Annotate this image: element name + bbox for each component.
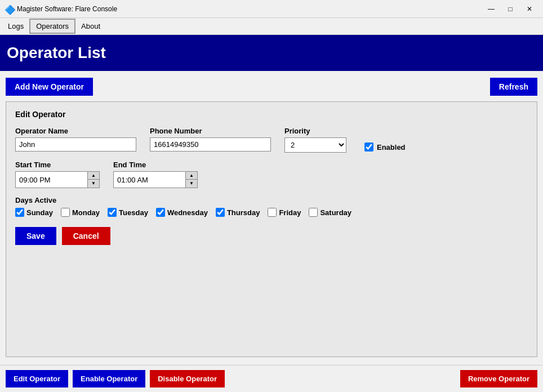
start-time-group: Start Time ▲ ▼ (15, 161, 100, 188)
operator-name-input[interactable] (15, 137, 136, 152)
day-wednesday-label: Wednesday (167, 208, 208, 217)
start-time-label: Start Time (15, 161, 100, 169)
operator-name-group: Operator Name (15, 127, 136, 152)
day-monday: Monday (61, 208, 100, 217)
edit-form-title: Edit Operator (15, 110, 528, 119)
start-time-input[interactable] (16, 172, 87, 188)
form-row-1: Operator Name Phone Number Priority 1 2 … (15, 127, 528, 153)
day-sunday-checkbox[interactable] (15, 208, 24, 217)
end-time-group: End Time ▲ ▼ (113, 161, 198, 188)
start-time-spinner: ▲ ▼ (15, 171, 100, 188)
edit-operator-form: Edit Operator Operator Name Phone Number… (6, 101, 537, 357)
day-saturday-checkbox[interactable] (309, 208, 318, 217)
start-time-spinner-btns: ▲ ▼ (87, 172, 99, 188)
page-title: Operator List (7, 44, 106, 61)
day-sunday-label: Sunday (26, 208, 53, 217)
maximize-button[interactable]: □ (501, 2, 519, 16)
menubar: Logs Operators About (0, 18, 543, 35)
end-time-spinner-btns: ▲ ▼ (185, 172, 197, 188)
end-time-down-button[interactable]: ▼ (186, 180, 197, 188)
priority-select[interactable]: 1 2 3 4 5 (284, 137, 346, 153)
minimize-button[interactable]: — (482, 2, 500, 16)
day-monday-label: Monday (72, 208, 100, 217)
day-wednesday-checkbox[interactable] (156, 208, 165, 217)
menu-item-about[interactable]: About (75, 20, 106, 33)
day-friday-label: Friday (279, 208, 301, 217)
add-new-operator-button[interactable]: Add New Operator (6, 78, 93, 96)
window-title: Magister Software: Flare Console (17, 5, 482, 13)
save-button[interactable]: Save (15, 227, 56, 245)
start-time-up-button[interactable]: ▲ (88, 172, 99, 180)
day-thursday: Thursday (216, 208, 260, 217)
window-controls: — □ ✕ (482, 2, 538, 16)
days-row: Sunday Monday Tuesday Wednesday Thursday (15, 208, 351, 217)
day-friday-checkbox[interactable] (268, 208, 277, 217)
end-time-label: End Time (113, 161, 198, 169)
day-thursday-label: Thursday (227, 208, 260, 217)
end-time-spinner: ▲ ▼ (113, 171, 198, 188)
bottom-left-buttons: Edit Operator Enable Operator Disable Op… (6, 370, 225, 387)
day-saturday-label: Saturday (320, 208, 351, 217)
day-tuesday-label: Tuesday (119, 208, 148, 217)
app-icon: 🔷 (5, 5, 14, 14)
phone-number-input[interactable] (150, 137, 271, 152)
priority-label: Priority (284, 127, 346, 135)
day-tuesday: Tuesday (108, 208, 148, 217)
end-time-up-button[interactable]: ▲ (186, 172, 197, 180)
enabled-checkbox[interactable] (364, 142, 373, 152)
priority-group: Priority 1 2 3 4 5 (284, 127, 346, 153)
close-button[interactable]: ✕ (520, 2, 538, 16)
disable-operator-button[interactable]: Disable Operator (150, 370, 225, 387)
day-thursday-checkbox[interactable] (216, 208, 225, 217)
edit-operator-button[interactable]: Edit Operator (6, 370, 68, 387)
enabled-label: Enabled (377, 143, 406, 152)
page-header: Operator List (0, 35, 543, 71)
content-area: Add New Operator Refresh Edit Operator O… (0, 71, 543, 364)
phone-number-group: Phone Number (150, 127, 271, 152)
start-time-down-button[interactable]: ▼ (88, 180, 99, 188)
remove-operator-button[interactable]: Remove Operator (460, 370, 537, 387)
day-saturday: Saturday (309, 208, 351, 217)
form-row-2: Start Time ▲ ▼ End Time ▲ ▼ (15, 161, 528, 188)
bottom-bar: Edit Operator Enable Operator Disable Op… (0, 365, 543, 392)
day-tuesday-checkbox[interactable] (108, 208, 117, 217)
day-friday: Friday (268, 208, 301, 217)
form-row-3: Days Active Sunday Monday Tuesday Wednes… (15, 196, 528, 217)
titlebar: 🔷 Magister Software: Flare Console — □ ✕ (0, 0, 543, 18)
days-active-label: Days Active (15, 196, 56, 204)
phone-number-label: Phone Number (150, 127, 271, 135)
cancel-button[interactable]: Cancel (62, 227, 110, 245)
day-wednesday: Wednesday (156, 208, 208, 217)
operator-name-label: Operator Name (15, 127, 136, 135)
save-cancel-row: Save Cancel (15, 227, 528, 245)
menu-item-logs[interactable]: Logs (2, 20, 29, 33)
day-sunday: Sunday (15, 208, 53, 217)
action-bar: Add New Operator Refresh (6, 78, 537, 96)
day-monday-checkbox[interactable] (61, 208, 70, 217)
end-time-input[interactable] (114, 172, 185, 188)
enable-operator-button[interactable]: Enable Operator (73, 370, 145, 387)
menu-item-operators[interactable]: Operators (29, 19, 75, 34)
enabled-group: Enabled (364, 142, 406, 152)
refresh-button[interactable]: Refresh (490, 78, 537, 96)
